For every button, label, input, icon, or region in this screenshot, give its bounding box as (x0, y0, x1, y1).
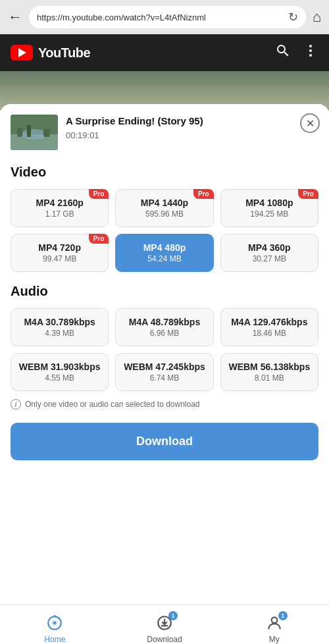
video-thumbnail (11, 115, 58, 150)
fmt-label: WEBM 31.903kbps (16, 362, 103, 372)
fmt-size: 30.27 MB (226, 254, 313, 263)
more-vert-icon[interactable] (303, 43, 318, 63)
svg-point-0 (309, 45, 312, 47)
fmt-size: 54.24 MB (121, 254, 207, 263)
audio-format-btn-1[interactable]: M4A 48.789kbps6.96 MB (115, 308, 213, 346)
video-format-btn-3[interactable]: ProMP4 720p99.47 MB (11, 234, 109, 272)
svg-point-2 (309, 54, 312, 57)
video-format-btn-0[interactable]: ProMP4 2160p1.17 GB (11, 189, 109, 227)
svg-point-12 (53, 621, 56, 624)
audio-format-btn-5[interactable]: WEBM 56.138kbps8.01 MB (220, 353, 318, 391)
video-format-btn-2[interactable]: ProMP4 1080p194.25 MB (220, 189, 318, 227)
fmt-size: 194.25 MB (226, 209, 313, 219)
fmt-label: MP4 480p (121, 242, 207, 253)
nav-item-my[interactable]: 1My (219, 605, 329, 644)
download-nav-icon: 1 (154, 614, 175, 632)
fmt-label: M4A 30.789kbps (16, 317, 103, 327)
url-text: https://m.youtube.com/watch?v=L4tAfNiznm… (37, 13, 284, 22)
svg-rect-8 (43, 129, 50, 137)
home-icon[interactable]: ⌂ (313, 9, 321, 26)
refresh-icon[interactable]: ↻ (288, 10, 298, 24)
svg-point-1 (309, 49, 312, 52)
search-icon[interactable] (275, 43, 291, 63)
svg-point-15 (271, 617, 277, 623)
download-button[interactable]: Download (11, 423, 318, 460)
home-nav-icon (44, 614, 65, 632)
fmt-label: MP4 2160p (16, 198, 103, 208)
youtube-logo-icon (11, 45, 33, 61)
video-info: A Surprise Ending! (Story 95) 00:19:01 (11, 115, 318, 162)
info-icon: i (11, 399, 21, 410)
fmt-size: 4.55 MB (16, 373, 103, 383)
browser-bar: ← https://m.youtube.com/watch?v=L4tAfNiz… (0, 0, 329, 34)
pro-badge: Pro (89, 234, 109, 244)
audio-format-btn-2[interactable]: M4A 129.476kbps18.46 MB (220, 308, 318, 346)
video-format-btn-1[interactable]: ProMP4 1440p595.96 MB (115, 189, 213, 227)
download-nav-badge: 1 (168, 611, 178, 620)
fmt-label: M4A 129.476kbps (226, 317, 313, 327)
audio-format-btn-3[interactable]: WEBM 31.903kbps4.55 MB (11, 353, 109, 391)
video-format-btn-5[interactable]: MP4 360p30.27 MB (220, 234, 318, 272)
pro-badge: Pro (298, 189, 318, 199)
home-nav-label: Home (44, 635, 65, 644)
audio-format-grid: M4A 30.789kbps4.39 MBM4A 48.789kbps6.96 … (11, 308, 318, 391)
svg-rect-6 (17, 128, 22, 137)
video-format-grid: ProMP4 2160p1.17 GBProMP4 1440p595.96 MB… (11, 189, 318, 272)
youtube-logo: YouTube (11, 45, 90, 61)
fmt-size: 8.01 MB (226, 373, 313, 383)
fmt-label: WEBM 47.245kbps (121, 362, 207, 372)
fmt-size: 595.96 MB (121, 209, 207, 219)
youtube-logo-text: YouTube (38, 45, 90, 61)
info-note: i Only one video or audio can selected t… (11, 399, 318, 410)
download-modal: ✕ A Surprise Ending! (Story 95) 00:19:01… (0, 104, 329, 604)
fmt-label: WEBM 56.138kbps (226, 362, 313, 372)
my-nav-label: My (269, 635, 280, 644)
play-triangle-icon (18, 48, 26, 57)
my-nav-icon: 1 (264, 614, 285, 632)
my-nav-badge: 1 (278, 611, 288, 620)
back-button[interactable]: ← (8, 9, 22, 26)
video-section-title: Video (11, 165, 318, 180)
fmt-label: M4A 48.789kbps (121, 317, 207, 327)
video-meta: A Surprise Ending! (Story 95) 00:19:01 (66, 115, 318, 140)
audio-format-btn-0[interactable]: M4A 30.789kbps4.39 MB (11, 308, 109, 346)
fmt-size: 1.17 GB (16, 209, 103, 219)
video-title: A Surprise Ending! (Story 95) (66, 115, 318, 128)
download-nav-label: Download (147, 635, 182, 644)
modal-close-button[interactable]: ✕ (300, 113, 320, 133)
audio-format-btn-4[interactable]: WEBM 47.245kbps6.74 MB (115, 353, 213, 391)
video-format-btn-4[interactable]: MP4 480p54.24 MB (115, 234, 213, 272)
fmt-label: MP4 720p (16, 242, 103, 253)
nav-item-home[interactable]: Home (0, 605, 110, 644)
pro-badge: Pro (193, 189, 214, 199)
fmt-size: 4.39 MB (16, 329, 103, 338)
fmt-label: MP4 1080p (226, 198, 313, 208)
youtube-header: YouTube (0, 34, 329, 71)
fmt-size: 6.96 MB (121, 329, 207, 338)
fmt-size: 6.74 MB (121, 373, 207, 383)
svg-rect-7 (27, 125, 31, 137)
nav-item-download[interactable]: 1Download (110, 605, 220, 644)
fmt-size: 18.46 MB (226, 329, 313, 338)
fmt-size: 99.47 MB (16, 254, 103, 263)
pro-badge: Pro (89, 189, 109, 199)
video-duration: 00:19:01 (66, 130, 318, 140)
info-text: Only one video or audio can selected to … (25, 400, 200, 409)
fmt-label: MP4 1440p (121, 198, 207, 208)
header-icons (275, 43, 318, 63)
bottom-nav: Home 1Download 1My (0, 604, 329, 644)
fmt-label: MP4 360p (226, 242, 313, 253)
audio-section-title: Audio (11, 284, 318, 299)
url-bar[interactable]: https://m.youtube.com/watch?v=L4tAfNiznm… (29, 6, 306, 28)
